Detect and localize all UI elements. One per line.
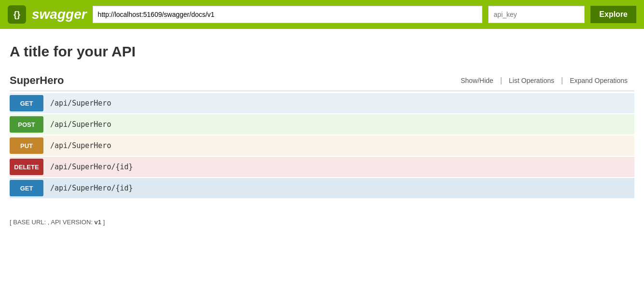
superhero-section: SuperHero Show/Hide | List Operations | …	[10, 74, 634, 198]
method-badge-delete: DELETE	[10, 159, 43, 175]
api-version: v1	[95, 218, 101, 226]
explore-button[interactable]: Explore	[590, 6, 636, 23]
swagger-logo-icon: {}	[8, 5, 26, 24]
superhero-header: SuperHero Show/Hide | List Operations | …	[10, 74, 634, 91]
main-content: A title for your API SuperHero Show/Hide…	[0, 29, 644, 209]
api-version-label: , API VERSION:	[48, 218, 95, 226]
operation-row[interactable]: GET /api/SuperHero	[10, 93, 634, 113]
logo-braces: {}	[14, 10, 20, 20]
operation-row[interactable]: POST /api/SuperHero	[10, 114, 634, 135]
operation-path: /api/SuperHero	[43, 93, 634, 113]
list-operations-link[interactable]: List Operations	[502, 77, 561, 84]
operation-row[interactable]: GET /api/SuperHero/{id}	[10, 178, 634, 198]
superhero-actions: Show/Hide | List Operations | Expand Ope…	[454, 76, 634, 85]
api-url-input[interactable]	[93, 6, 483, 23]
method-badge-post: POST	[10, 116, 43, 133]
base-url-label: [ BASE URL:	[10, 218, 48, 226]
method-badge-put: PUT	[10, 137, 43, 154]
operation-row[interactable]: DELETE /api/SuperHero/{id}	[10, 157, 634, 177]
operation-row[interactable]: PUT /api/SuperHero	[10, 136, 634, 156]
show-hide-link[interactable]: Show/Hide	[454, 77, 500, 84]
operation-path: /api/SuperHero/{id}	[43, 157, 634, 177]
api-key-input[interactable]	[488, 6, 585, 23]
header: {} swagger Explore	[0, 0, 644, 29]
footer-close: ]	[101, 218, 105, 226]
operation-path: /api/SuperHero	[43, 114, 634, 135]
method-badge-get2: GET	[10, 180, 43, 196]
operation-path: /api/SuperHero	[43, 136, 634, 156]
api-title: A title for your API	[10, 43, 634, 60]
swagger-logo-text: swagger	[32, 7, 87, 22]
footer: [ BASE URL: , API VERSION: v1 ]	[0, 209, 644, 231]
method-badge-get: GET	[10, 95, 43, 111]
expand-operations-link[interactable]: Expand Operations	[563, 77, 634, 84]
superhero-section-title: SuperHero	[10, 74, 64, 87]
operations-list: GET /api/SuperHero POST /api/SuperHero P…	[10, 93, 634, 198]
operation-path: /api/SuperHero/{id}	[43, 178, 634, 198]
